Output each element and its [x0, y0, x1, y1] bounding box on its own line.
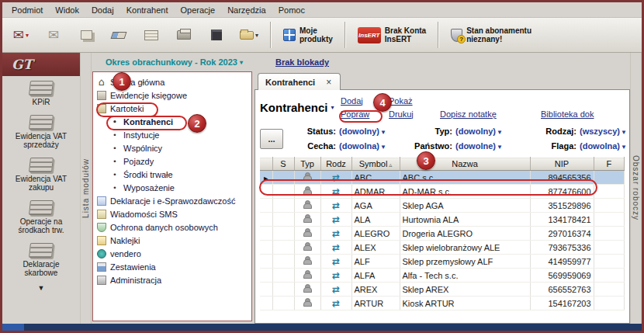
copy-button[interactable]	[71, 20, 102, 50]
table-row[interactable]: ► ⇄ ABC ABC s.c. 894565356	[260, 171, 625, 185]
column-s[interactable]: S	[272, 158, 294, 171]
tree-item-deklaracje[interactable]: Deklaracje i e-Sprawozdawczość	[93, 194, 251, 207]
brak-blokady-link[interactable]: Brak blokady	[275, 57, 329, 67]
mail-button[interactable]: ✉	[38, 20, 69, 50]
chevron-down-icon[interactable]: ▼	[497, 144, 503, 151]
menu-widok[interactable]: Widok	[49, 4, 85, 16]
filter-flaga[interactable]: Flaga:(dowolna)▼	[533, 141, 630, 151]
column-symbol[interactable]: Symbol▵	[351, 158, 400, 171]
tree-item-instytucje[interactable]: • Instytucje	[93, 128, 251, 141]
menu-podmiot[interactable]: Podmiot	[5, 4, 49, 16]
module-kpir[interactable]: KPiR	[4, 76, 78, 110]
table-row[interactable]: ⇄ ADMAR AD-MAR s.c. 877476600	[260, 185, 625, 199]
close-icon[interactable]: ×	[324, 77, 333, 88]
module-ewidencja-vat-sprzedazy[interactable]: Ewidencja VAT sprzedaży	[4, 110, 78, 153]
filter-value[interactable]: (dowolne)	[455, 141, 496, 151]
toolbar-separator	[345, 22, 346, 48]
filter-value[interactable]: (dowolny)	[339, 127, 379, 136]
table-row[interactable]: ⇄ ARTUR Kiosk ARTUR 154167203	[260, 297, 625, 310]
tree-item-strona-glowna[interactable]: ⌂ Strona główna	[93, 75, 251, 88]
menu-dodaj[interactable]: Dodaj	[85, 4, 120, 16]
table-row[interactable]: ⇄ AREX Sklep AREX 656552763	[260, 283, 625, 297]
chevron-down-icon[interactable]: ▾	[26, 32, 29, 39]
chevron-down-icon[interactable]: ▾	[240, 59, 243, 66]
menu-pomoc[interactable]: Pomoc	[272, 4, 311, 16]
module-ewidencja-vat-zakupu[interactable]: Ewidencja VAT zakupu	[4, 153, 78, 196]
obszar-roboczy-label: Obszar roboczy	[632, 155, 640, 220]
tree-item-ochrona-danych[interactable]: Ochrona danych osobowych	[93, 220, 251, 234]
menu-narzedzia[interactable]: Narzędzia	[221, 4, 272, 16]
package-button[interactable]	[201, 20, 232, 50]
chevron-down-icon[interactable]: ▼	[380, 129, 386, 136]
chevron-down-icon[interactable]: ▼	[380, 144, 386, 151]
filter-grid: Status:(dowolny)▼ Typ:(dowolny)▼ Rodzaj:…	[293, 127, 625, 151]
moje-produkty-button[interactable]: Moje produkty	[277, 20, 339, 50]
tab-kontrahenci[interactable]: Kontrahenci ×	[258, 73, 341, 90]
link-biblioteka-dokumentow[interactable]: Biblioteka dok	[541, 109, 625, 119]
okres-obrachunkowy-link[interactable]: Okres obrachunkowy - Rok 2023 ▾	[106, 57, 243, 67]
link-popraw[interactable]: Popraw	[341, 109, 389, 119]
lista-modulow-strip[interactable]: Lista modułów	[80, 53, 92, 324]
obszar-roboczy-strip[interactable]: Obszar roboczy	[630, 53, 642, 324]
tree-item-pojazdy[interactable]: • Pojazdy	[93, 154, 251, 168]
modules-more-arrow[interactable]: ▼	[38, 284, 45, 292]
chevron-down-icon[interactable]: ▼	[497, 129, 503, 136]
menu-operacje[interactable]: Operacje	[175, 4, 222, 16]
filter-typ[interactable]: Typ:(dowolny)▼	[409, 127, 533, 136]
tree-item-zestawienia[interactable]: Zestawienia	[93, 260, 251, 273]
table-row[interactable]: ⇄ AGA Sklep AGA 351529896	[260, 199, 625, 213]
column-typ[interactable]: Typ	[294, 158, 320, 171]
link-dodaj[interactable]: Dodaj	[341, 96, 389, 106]
column-rodz[interactable]: Rodz	[320, 158, 351, 171]
filter-status[interactable]: Status:(dowolny)▼	[293, 127, 409, 136]
filter-value[interactable]: (dowolna)	[580, 141, 620, 151]
link-dopisz-notatke[interactable]: Dopisz notatkę	[440, 109, 541, 119]
transfer-arrows-icon: ⇄	[332, 270, 340, 281]
filter-panstwo[interactable]: Państwo:(dowolne)▼	[409, 141, 533, 151]
link-pokaz[interactable]: Pokaż	[389, 96, 440, 106]
card-file-button[interactable]	[136, 20, 167, 50]
eraser-button[interactable]	[103, 20, 134, 50]
tree-item-label: Strona główna	[110, 78, 164, 87]
chevron-down-icon[interactable]: ▼	[621, 144, 627, 151]
table-row[interactable]: ⇄ ALF Sklep przemysłowy ALF 414959977	[260, 255, 625, 269]
more-filters-button[interactable]: ...	[260, 129, 283, 149]
print-button[interactable]	[168, 20, 199, 50]
filter-value[interactable]: (dowolna)	[339, 141, 379, 151]
konto-insert-button[interactable]: InsERT Brak Konta InsERT	[351, 20, 432, 50]
table-row[interactable]: ⇄ ALA Hurtownia ALA 134178421	[260, 213, 625, 227]
tree-item-kartoteki[interactable]: Kartoteki	[93, 102, 251, 115]
column-nip[interactable]: NIP	[530, 158, 594, 171]
column-f[interactable]: F	[594, 158, 625, 171]
column-selector[interactable]	[260, 158, 272, 171]
chevron-down-icon[interactable]: ▼	[621, 129, 627, 136]
tree-item-wiadomosci-sms[interactable]: Wiadomości SMS	[93, 207, 251, 220]
module-deklaracje-skarbowe[interactable]: Deklaracje skarbowe	[4, 238, 78, 281]
filter-value[interactable]: (dowolny)	[455, 127, 496, 136]
link-drukuj[interactable]: Drukuj	[389, 109, 440, 119]
filter-cecha[interactable]: Cecha:(dowolna)▼	[293, 141, 409, 151]
module-operacje-srodki-trwale[interactable]: Operacje na środkach trw.	[4, 196, 78, 238]
tree-item-srodki-trwale[interactable]: • Środki trwałe	[93, 168, 251, 181]
table-row[interactable]: ⇄ ALFA Alfa - Tech s.c. 569959069	[260, 269, 625, 283]
filter-value[interactable]: (wszyscy)	[580, 127, 620, 136]
chevron-down-icon[interactable]: ▾	[331, 104, 334, 111]
tree-item-ewidencje-ksiegowe[interactable]: Ewidencje księgowe	[93, 88, 251, 102]
tree-item-naklejki[interactable]: Naklejki	[93, 234, 251, 247]
tree-item-label: Wspólnicy	[123, 144, 162, 153]
page-title[interactable]: Kontrahenci ▾	[260, 94, 341, 120]
tree-item-vendero[interactable]: vendero	[93, 247, 251, 260]
table-row[interactable]: ⇄ ALEGRO Drogeria ALEGRO 297016374	[260, 227, 625, 241]
stan-abonamentu-button[interactable]: ? Stan abonamentu nieznany!	[445, 20, 538, 50]
tree-item-wspolnicy[interactable]: • Wspólnicy	[93, 141, 251, 154]
export-button[interactable]: ▾	[234, 20, 265, 50]
tree-item-administracja[interactable]: Administracja	[93, 273, 251, 286]
tree-item-kontrahenci[interactable]: • Kontrahenci	[93, 115, 251, 128]
menu-kontrahent[interactable]: Kontrahent	[120, 4, 175, 16]
filter-rodzaj[interactable]: Rodzaj:(wszyscy)▼	[533, 127, 630, 136]
chevron-down-icon[interactable]: ▾	[255, 32, 258, 39]
table-row[interactable]: ⇄ ALEX Sklep wielobranżowy ALE 793675336	[260, 241, 625, 255]
send-mail-button[interactable]: ✉ ▾	[5, 20, 36, 50]
tree-item-wyposazenie[interactable]: • Wyposażenie	[93, 181, 251, 194]
column-nazwa[interactable]: Nazwa	[400, 158, 530, 171]
